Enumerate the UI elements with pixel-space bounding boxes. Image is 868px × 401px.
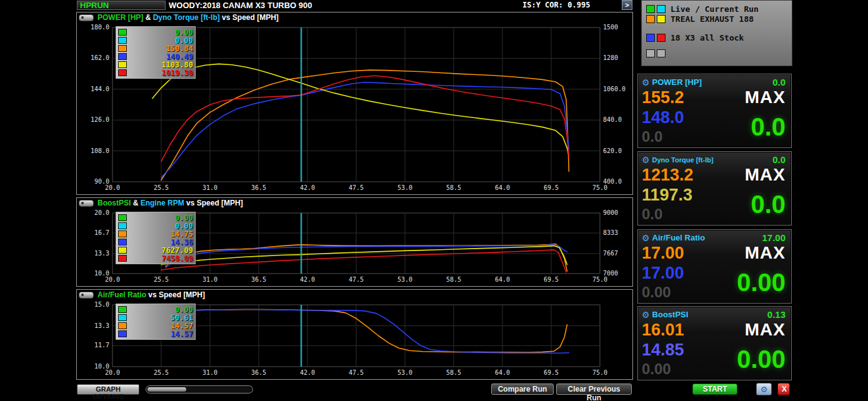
- svg-text:162.0: 162.0: [91, 54, 109, 61]
- start-button[interactable]: START: [692, 384, 737, 395]
- metric-run2-max: 17.00: [642, 244, 737, 264]
- gear-icon[interactable]: ⚙: [642, 156, 650, 164]
- legend-chip: [646, 15, 655, 23]
- legend-value: 140.49: [127, 52, 193, 61]
- svg-text:31.0: 31.0: [202, 369, 217, 376]
- series-afr-stock: [170, 310, 569, 354]
- power-torque-chart[interactable]: POWER [HP] & Dyno Torque [ft-lb] vs Spee…: [77, 12, 632, 194]
- svg-text:13.3: 13.3: [94, 250, 109, 257]
- legend-value: 50.61: [127, 314, 193, 322]
- svg-text:36.5: 36.5: [251, 184, 266, 191]
- legend-chip: [118, 247, 127, 254]
- svg-text:13.3: 13.3: [94, 322, 109, 329]
- legend-chip: [657, 34, 666, 42]
- legend-value: 0.00: [127, 222, 193, 230]
- legend-chip: [118, 239, 127, 245]
- legend-chip: [118, 306, 127, 313]
- chart-titlebar: POWER [HP] & Dyno Torque [ft-lb] vs Spee…: [77, 12, 632, 22]
- series-power-stock: [161, 82, 569, 177]
- close-button[interactable]: X: [777, 383, 790, 395]
- settings-gear-button[interactable]: ⚙: [756, 383, 772, 395]
- run-legend-row[interactable]: 18 X3 all Stock: [646, 32, 787, 42]
- legend-chip: [646, 5, 655, 13]
- app-name-badge[interactable]: HPRUN: [77, 1, 166, 10]
- gear-icon[interactable]: ⚙: [642, 310, 650, 319]
- run-legend-label: Live / Current Run: [671, 4, 759, 14]
- svg-text:69.5: 69.5: [544, 276, 559, 283]
- svg-text:20.0: 20.0: [105, 276, 120, 283]
- metric-min-value: 0.00: [642, 361, 737, 378]
- svg-text:16.7: 16.7: [94, 229, 109, 236]
- svg-text:144.0: 144.0: [91, 86, 109, 92]
- metric-min-value: 0.0: [642, 129, 745, 146]
- run-legend-empty-chips: [646, 49, 787, 57]
- legend-chip: [118, 214, 127, 221]
- svg-text:9000: 9000: [603, 209, 618, 216]
- legend-chip: [646, 49, 655, 57]
- metric-max-label: MAX: [745, 244, 786, 264]
- run-legend-label: TREAL EXHAUST 188: [671, 14, 754, 24]
- chart-title: Air/Fuel Ratio vs Speed [MPH]: [97, 290, 205, 299]
- svg-text:47.5: 47.5: [349, 184, 364, 191]
- svg-text:108.0: 108.0: [91, 147, 109, 154]
- metric-panel-afr: ⚙ Air/Fuel Ratio 17.00 17.00 MAX 17.00 0…: [637, 229, 792, 304]
- svg-text:58.5: 58.5: [446, 184, 461, 191]
- compare-run-button[interactable]: Compare Run: [491, 384, 554, 395]
- chart-title: POWER [HP] & Dyno Torque [ft-lb] vs Spee…: [97, 13, 279, 22]
- metric-run3-max: 1197.3: [642, 186, 745, 206]
- svg-text:20.0: 20.0: [105, 369, 120, 376]
- metric-current-big: 0.00: [737, 345, 786, 374]
- svg-text:53.0: 53.0: [397, 184, 412, 191]
- expand-button[interactable]: >: [622, 0, 632, 10]
- clear-previous-run-button[interactable]: Clear Previous Run: [556, 384, 632, 395]
- chart-title-part: &: [143, 13, 152, 22]
- svg-text:58.5: 58.5: [446, 276, 461, 283]
- svg-text:42.0: 42.0: [300, 276, 315, 283]
- legend-chip: [657, 15, 666, 23]
- gear-icon[interactable]: ⚙: [642, 78, 650, 87]
- legend-value: 7627.09: [127, 246, 193, 255]
- metric-live-value: 0.13: [767, 309, 786, 320]
- legend-value: 0.00: [127, 214, 193, 222]
- boost-rpm-chart[interactable]: BoostPSI & Engine RPM vs Speed [MPH] 20.…: [77, 198, 632, 286]
- metric-title: POWER [HP]: [652, 77, 771, 87]
- legend-chip: [118, 230, 127, 237]
- svg-text:400.0: 400.0: [603, 178, 622, 185]
- svg-text:69.5: 69.5: [544, 369, 559, 376]
- legend-chip: [118, 69, 127, 76]
- chart-collapse-button[interactable]: [79, 14, 94, 21]
- legend-chip: [118, 322, 127, 329]
- metric-title: Air/Fuel Ratio: [652, 233, 760, 242]
- svg-text:53.0: 53.0: [397, 369, 412, 376]
- chart-title-part: &: [131, 199, 140, 207]
- legend-chip: [118, 45, 127, 52]
- graph-options-button[interactable]: GRAPH OPTIONS: [77, 384, 139, 395]
- chart-collapse-button[interactable]: [79, 292, 94, 299]
- chart-title-part: Engine RPM: [141, 199, 184, 207]
- legend-chip: [657, 49, 666, 57]
- legend-chip: [657, 5, 666, 13]
- svg-text:15.0: 15.0: [94, 301, 109, 308]
- svg-text:53.0: 53.0: [397, 276, 412, 283]
- legend-value: 7458.09: [127, 254, 193, 263]
- legend-chip: [118, 61, 127, 68]
- legend-chip: [118, 37, 127, 44]
- svg-text:64.0: 64.0: [495, 184, 510, 191]
- gear-icon[interactable]: ⚙: [642, 234, 650, 242]
- run-legend-row[interactable]: TREAL EXHAUST 188: [646, 14, 787, 24]
- chart-collapse-button[interactable]: [79, 200, 94, 207]
- afr-chart[interactable]: Air/Fuel Ratio vs Speed [MPH] 20.025.531…: [77, 290, 632, 379]
- svg-text:1060.0: 1060.0: [603, 86, 626, 92]
- metric-run3-max: 14.85: [642, 340, 737, 361]
- svg-text:20.0: 20.0: [94, 209, 109, 216]
- run-legend-row[interactable]: Live / Current Run: [646, 4, 787, 14]
- svg-text:75.0: 75.0: [592, 276, 607, 283]
- svg-text:47.5: 47.5: [349, 276, 364, 283]
- series-rpm-treal-exhaust: [161, 246, 567, 265]
- legend-chip: [646, 34, 655, 42]
- playback-slider[interactable]: [146, 385, 253, 394]
- chart-title-part: vs Speed [MPH]: [184, 199, 243, 207]
- svg-text:11.7: 11.7: [94, 342, 109, 349]
- chart-title-part: vs Speed [MPH]: [146, 290, 205, 299]
- svg-text:840.0: 840.0: [603, 116, 622, 123]
